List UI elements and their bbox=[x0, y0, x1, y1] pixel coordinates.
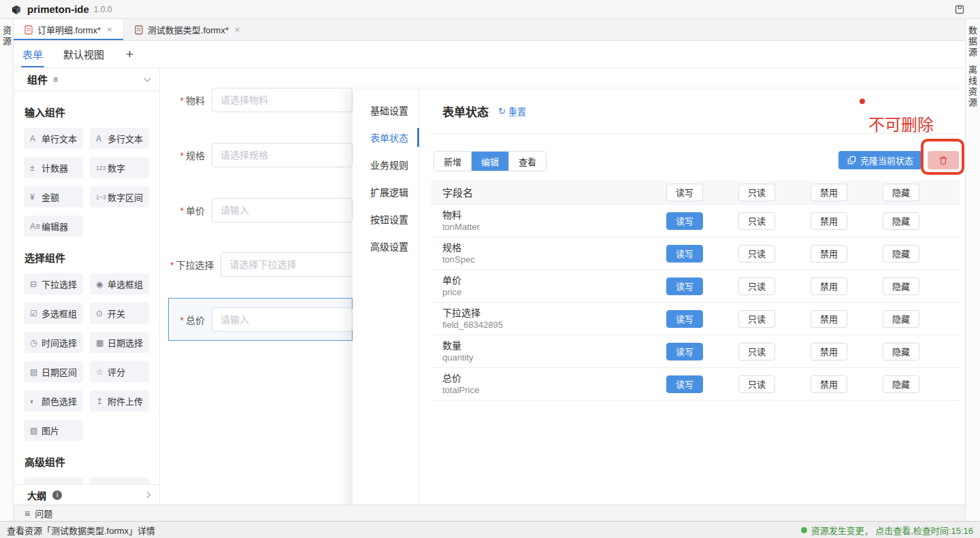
components-panel-title: 组件 bbox=[27, 72, 48, 86]
component-item-stub[interactable] bbox=[24, 477, 83, 484]
component-item[interactable]: ☑ 多选框组 bbox=[24, 303, 83, 324]
resources-rail-item[interactable]: 资源 bbox=[0, 26, 13, 48]
settings-menu-item[interactable]: 基础设置 bbox=[353, 97, 419, 124]
file-tab[interactable]: 测试数据类型.formx* × bbox=[124, 19, 251, 40]
state-option-button[interactable]: 读写 bbox=[666, 310, 703, 328]
state-option-button[interactable]: 读写 bbox=[666, 278, 703, 295]
component-item[interactable]: A 单行文本 bbox=[24, 128, 83, 149]
settings-menu-item[interactable]: 按钮设置 bbox=[353, 205, 419, 233]
state-option-button[interactable]: 禁用 bbox=[811, 212, 847, 230]
status-change-notice[interactable]: 资源发生变更， 点击查看,检查时间:15:16 bbox=[801, 524, 973, 537]
add-view-button[interactable]: + bbox=[126, 47, 133, 62]
state-option-button[interactable]: 读写 bbox=[666, 343, 703, 360]
canvas-field-row[interactable]: *总价 bbox=[170, 307, 353, 332]
field-input[interactable] bbox=[212, 198, 353, 222]
state-tab[interactable]: 查看 bbox=[509, 152, 546, 171]
settings-menu-item[interactable]: 高级设置 bbox=[353, 233, 419, 260]
component-item-label: 计数器 bbox=[42, 161, 68, 174]
components-menu-icon[interactable]: ≡ bbox=[53, 75, 58, 84]
clone-current-state-button[interactable]: 克隆当前状态 bbox=[838, 151, 922, 169]
component-item[interactable]: 1~3 数字区间 bbox=[90, 186, 149, 207]
field-input[interactable] bbox=[220, 252, 361, 277]
close-icon[interactable]: × bbox=[235, 24, 240, 35]
state-option-button[interactable]: 禁用 bbox=[811, 375, 847, 393]
workspace: 订单明细.formx* × 测试数据类型.formx* × 表单 默认视图 + … bbox=[14, 19, 965, 521]
field-input[interactable] bbox=[212, 307, 353, 332]
canvas-field-row[interactable]: *规格 bbox=[170, 143, 353, 167]
component-item[interactable]: ▤ 日期区间 bbox=[24, 361, 83, 382]
state-option-button[interactable]: 隐藏 bbox=[883, 245, 919, 263]
component-item[interactable]: ◐ 颜色选择 bbox=[24, 390, 83, 411]
settings-menu-item[interactable]: 业务规则 bbox=[353, 151, 419, 178]
state-option-button[interactable]: 只读 bbox=[738, 212, 775, 230]
state-option-button[interactable]: 读写 bbox=[666, 375, 703, 393]
state-option-button[interactable]: 只读 bbox=[738, 184, 775, 201]
offline-resources-rail-item[interactable]: 离线资源 bbox=[966, 65, 980, 109]
status-resource-detail[interactable]: 查看资源「测试数据类型.formx」详情 bbox=[7, 524, 155, 537]
settings-menu-item[interactable]: 扩展逻辑 bbox=[353, 178, 419, 205]
file-tab[interactable]: 订单明细.formx* × bbox=[14, 19, 124, 40]
canvas-field-row[interactable]: *单价 bbox=[170, 198, 353, 222]
close-icon[interactable]: × bbox=[107, 24, 112, 35]
field-display-name: 数量 bbox=[442, 340, 649, 351]
state-option-button[interactable]: 隐藏 bbox=[883, 278, 919, 295]
component-item[interactable]: 123 数字 bbox=[90, 157, 149, 178]
state-option-button[interactable]: 禁用 bbox=[811, 245, 847, 263]
components-panel: 组件 ≡ 输入组件 A 单行文本 A 多行文本 ± 计数器 123 数字 ¥ 金… bbox=[14, 68, 160, 505]
component-item[interactable]: ◷ 时间选择 bbox=[24, 332, 83, 353]
component-item[interactable]: ▧ 图片 bbox=[24, 420, 83, 441]
settings-menu-item[interactable]: 表单状态 bbox=[353, 124, 419, 151]
component-item[interactable]: ▦ 日期选择 bbox=[90, 332, 149, 353]
state-option-button[interactable]: 读写 bbox=[666, 184, 703, 201]
state-option-button[interactable]: 隐藏 bbox=[883, 212, 919, 230]
app-name: primeton-ide bbox=[27, 3, 89, 15]
state-option-button[interactable]: 读写 bbox=[666, 245, 703, 263]
component-item[interactable]: A≡ 编辑器 bbox=[24, 216, 83, 237]
component-item[interactable]: ± 计数器 bbox=[24, 157, 83, 178]
state-option-label: 读写 bbox=[676, 345, 693, 358]
state-option-button[interactable]: 只读 bbox=[738, 375, 775, 393]
state-option-button[interactable]: 禁用 bbox=[811, 278, 847, 295]
state-option-button[interactable]: 只读 bbox=[738, 245, 775, 263]
save-icon[interactable] bbox=[954, 4, 965, 15]
view-tab[interactable]: 表单 bbox=[22, 41, 43, 67]
state-option-button[interactable]: 读写 bbox=[666, 212, 703, 230]
canvas-field-row[interactable]: *下拉选择 bbox=[170, 252, 353, 277]
field-input[interactable] bbox=[212, 143, 353, 167]
state-option-button[interactable]: 只读 bbox=[738, 343, 775, 360]
state-option-button[interactable]: 只读 bbox=[738, 278, 775, 295]
problems-bar[interactable]: ≡ 问题 bbox=[14, 505, 965, 521]
view-tab[interactable]: 默认视图 bbox=[63, 41, 104, 67]
reset-link[interactable]: ↻ 重置 bbox=[498, 105, 526, 118]
field-display-name: 规格 bbox=[442, 242, 649, 253]
trash-icon bbox=[938, 156, 948, 165]
field-input[interactable] bbox=[212, 88, 353, 112]
state-option-label: 隐藏 bbox=[892, 214, 910, 227]
state-option-button[interactable]: 禁用 bbox=[811, 184, 847, 201]
state-option-button[interactable]: 隐藏 bbox=[883, 310, 919, 328]
component-item[interactable]: ◉ 单选框组 bbox=[90, 273, 149, 295]
state-option-button[interactable]: 隐藏 bbox=[883, 184, 919, 201]
component-item[interactable]: A 多行文本 bbox=[90, 128, 149, 149]
state-option-label: 隐藏 bbox=[892, 377, 910, 390]
datasource-rail-item[interactable]: 数据源 bbox=[966, 26, 980, 58]
delete-state-button[interactable] bbox=[928, 151, 959, 169]
state-option-button[interactable]: 只读 bbox=[738, 310, 775, 328]
chevron-down-icon[interactable] bbox=[144, 75, 151, 82]
state-option-button[interactable]: 禁用 bbox=[811, 343, 847, 360]
state-option-button[interactable]: 隐藏 bbox=[883, 375, 919, 393]
component-item[interactable]: ¥ 金额 bbox=[24, 186, 83, 207]
component-item[interactable]: ⊟ 下拉选择 bbox=[24, 273, 83, 295]
canvas-field-row[interactable]: *物料 bbox=[170, 88, 353, 112]
component-item[interactable]: ⊙ 开关 bbox=[90, 303, 149, 324]
field-display-name: 单价 bbox=[442, 275, 649, 286]
state-option-button[interactable]: 隐藏 bbox=[883, 343, 919, 360]
component-item[interactable]: ☆ 评分 bbox=[90, 361, 149, 382]
outline-toggle[interactable]: 大纲 i bbox=[14, 484, 159, 505]
state-option-button[interactable]: 禁用 bbox=[811, 310, 847, 328]
state-tab[interactable]: 新增 bbox=[434, 152, 472, 171]
component-item-stub[interactable] bbox=[90, 477, 149, 484]
component-item[interactable]: ↥ 附件上传 bbox=[90, 390, 149, 411]
state-tab[interactable]: 编辑 bbox=[472, 152, 509, 171]
components-list: 输入组件 A 单行文本 A 多行文本 ± 计数器 123 数字 ¥ 金额 1~3… bbox=[14, 91, 159, 484]
